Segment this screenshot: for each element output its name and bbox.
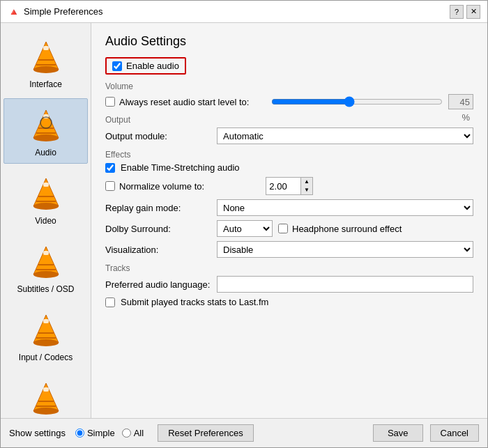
audio-icon (25, 105, 67, 146)
enable-audio-label[interactable]: Enable audio (126, 61, 179, 71)
volume-value: 45 % (448, 94, 473, 109)
sidebar-label-audio: Audio (35, 148, 56, 157)
simple-radio-label[interactable]: Simple (75, 428, 115, 438)
title-bar-left: 🔺 Simple Preferences (8, 6, 102, 17)
headphone-surround-checkbox[interactable] (278, 224, 288, 233)
sidebar-label-video: Video (35, 216, 56, 226)
show-settings-label: Show settings (9, 428, 66, 438)
content-title: Audio Settings (105, 34, 473, 49)
all-radio-label[interactable]: All (122, 428, 144, 438)
submit-tracks-row: Submit played tracks stats to Last.fm (105, 297, 473, 307)
svg-point-22 (33, 339, 59, 346)
video-icon (25, 173, 67, 215)
svg-rect-13 (43, 183, 49, 187)
save-button[interactable]: Save (373, 424, 423, 442)
visualization-row: Visualization: Disable Spectrum analyzer… (105, 241, 473, 258)
svg-point-12 (33, 203, 59, 210)
dolby-select[interactable]: Auto On Off (217, 220, 273, 237)
replay-gain-select[interactable]: None Track Album (217, 199, 473, 216)
preferred-language-row: Preferred audio language: (105, 276, 473, 293)
sidebar-item-video[interactable]: Video (3, 167, 88, 232)
output-module-label: Output module: (105, 131, 217, 141)
preferred-language-label: Preferred audio language: (105, 279, 217, 290)
spin-buttons: ▲ ▼ (301, 178, 312, 194)
app-icon: 🔺 (8, 6, 20, 17)
normalize-value-input[interactable] (266, 178, 301, 194)
volume-slider-row: Always reset audio start level to: 45 % (105, 94, 473, 109)
output-module-select[interactable]: Automatic DirectX audio output WaveOut D… (217, 128, 473, 144)
output-section-label: Output (105, 115, 473, 125)
preferred-language-input[interactable] (217, 276, 473, 293)
normalize-label[interactable]: Normalize volume to: (119, 181, 204, 192)
svg-rect-28 (43, 387, 49, 392)
dolby-controls: Auto On Off Headphone surround effect (217, 220, 402, 237)
headphone-surround-group: Headphone surround effect (278, 224, 402, 234)
spin-up-button[interactable]: ▲ (301, 178, 312, 186)
interface-icon (25, 36, 67, 78)
submit-tracks-checkbox[interactable] (105, 298, 115, 307)
help-button[interactable]: ? (450, 5, 464, 19)
normalize-checkbox[interactable] (105, 181, 115, 191)
svg-point-1 (33, 66, 59, 73)
sidebar-item-interface[interactable]: Interface (3, 30, 88, 95)
close-button[interactable]: ✕ (466, 5, 480, 19)
subtitles-icon (25, 241, 67, 283)
window-title: Simple Preferences (24, 6, 102, 17)
reset-preferences-button[interactable]: Reset Preferences (158, 424, 254, 442)
sidebar: Interface Audio (1, 23, 91, 418)
svg-rect-18 (43, 251, 49, 255)
dolby-row: Dolby Surround: Auto On Off Headphone su… (105, 220, 473, 237)
sidebar-label-interface: Interface (29, 79, 62, 89)
time-stretching-label[interactable]: Enable Time-Stretching audio (121, 162, 240, 173)
svg-rect-23 (43, 319, 49, 323)
all-radio[interactable] (122, 428, 131, 438)
title-bar-controls: ? ✕ (450, 5, 480, 19)
tracks-section-label: Tracks (105, 263, 473, 273)
always-reset-label[interactable]: Always reset audio start level to: (119, 97, 249, 107)
normalize-row: Normalize volume to: ▲ ▼ (105, 177, 473, 195)
main-content: Audio Settings Enable audio Volume Alway… (91, 23, 487, 418)
output-module-row: Output module: Automatic DirectX audio o… (105, 128, 473, 144)
dialog-body: Interface Audio (1, 23, 487, 418)
visualization-select[interactable]: Disable Spectrum analyzer Vuometer Oscil… (217, 241, 473, 258)
normalize-spin: ▲ ▼ (266, 177, 313, 195)
all-label: All (134, 428, 144, 438)
simple-radio[interactable] (75, 428, 84, 438)
replay-gain-label: Replay gain mode: (105, 203, 217, 213)
input-codecs-icon (25, 309, 67, 351)
svg-rect-2 (43, 46, 49, 50)
spin-down-button[interactable]: ▼ (301, 186, 312, 194)
effects-section-label: Effects (105, 150, 473, 160)
cancel-button[interactable]: Cancel (430, 424, 479, 442)
sidebar-label-subtitles: Subtitles / OSD (17, 284, 74, 294)
simple-label: Simple (87, 428, 115, 438)
sidebar-item-hotkeys[interactable]: Hotkeys (3, 371, 88, 418)
footer: Show settings Simple All Reset Preferenc… (1, 418, 487, 447)
volume-slider[interactable] (271, 96, 443, 107)
sidebar-item-audio[interactable]: Audio (3, 98, 88, 164)
volume-section-label: Volume (105, 82, 473, 91)
enable-audio-box: Enable audio (105, 57, 186, 75)
visualization-label: Visualization: (105, 245, 217, 255)
time-stretching-checkbox[interactable] (105, 163, 115, 173)
hotkeys-icon (25, 378, 67, 418)
headphone-surround-label[interactable]: Headphone surround effect (292, 224, 402, 234)
sidebar-item-input-codecs[interactable]: Input / Codecs (3, 303, 88, 369)
enable-audio-checkbox[interactable] (112, 61, 122, 71)
svg-point-6 (33, 134, 59, 141)
svg-point-27 (33, 408, 59, 415)
sidebar-label-input-codecs: Input / Codecs (19, 353, 73, 362)
submit-tracks-label[interactable]: Submit played tracks stats to Last.fm (121, 297, 268, 307)
replay-gain-row: Replay gain mode: None Track Album (105, 199, 473, 216)
title-bar: 🔺 Simple Preferences ? ✕ (1, 1, 487, 23)
svg-point-17 (33, 271, 59, 278)
time-stretching-row: Enable Time-Stretching audio (105, 162, 473, 173)
dialog: 🔺 Simple Preferences ? ✕ (0, 0, 488, 448)
dolby-surround-label: Dolby Surround: (105, 224, 217, 234)
always-reset-checkbox[interactable] (105, 97, 115, 107)
show-settings-radio-group: Simple All (75, 428, 144, 438)
sidebar-item-subtitles[interactable]: Subtitles / OSD (3, 235, 88, 300)
